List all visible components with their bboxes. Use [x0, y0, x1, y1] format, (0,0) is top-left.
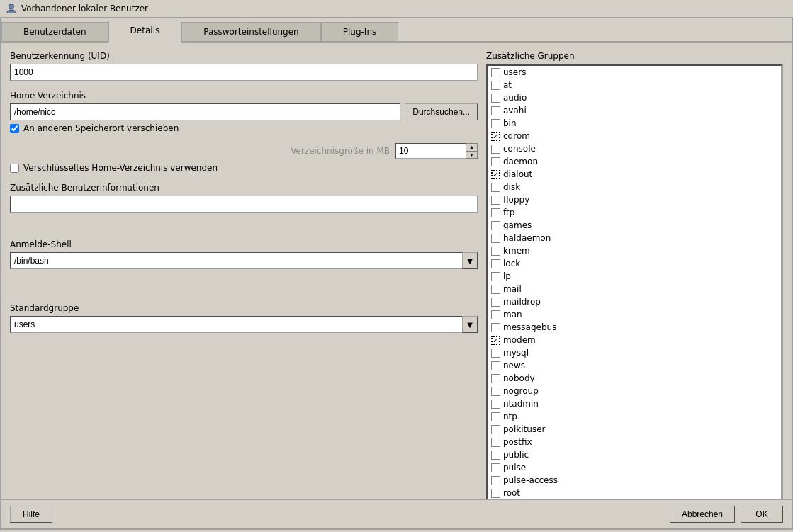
spinner-wrapper: ▲ ▼	[395, 143, 478, 159]
group-item[interactable]: disk	[488, 181, 781, 193]
group-item[interactable]: mail	[488, 283, 781, 295]
shell-dropdown-container: /bin/bash /bin/sh /bin/zsh ▼	[10, 252, 478, 269]
group-group: Standardgruppe users root audio ▼	[10, 303, 478, 333]
spinner-down-button[interactable]: ▼	[466, 152, 477, 159]
tab-plugins[interactable]: Plug-Ins	[321, 22, 399, 41]
group-name: mysql	[503, 348, 529, 358]
encrypt-checkbox[interactable]	[10, 164, 19, 173]
group-item[interactable]: news	[488, 359, 781, 372]
group-item[interactable]: kmem	[488, 244, 781, 257]
dir-size-label: Verzeichnisgröße in MB	[291, 146, 390, 156]
group-item[interactable]: ✓modem	[488, 334, 781, 346]
cancel-button[interactable]: Abbrechen	[670, 506, 735, 523]
group-name: kmem	[503, 246, 530, 256]
group-checkbox: ✓	[491, 170, 500, 179]
group-item[interactable]: postfix	[488, 436, 781, 448]
group-name: lock	[503, 259, 520, 268]
group-checkbox	[491, 196, 500, 205]
group-name: ntadmin	[503, 399, 539, 409]
group-checkbox	[491, 81, 500, 90]
group-item[interactable]: pulse	[488, 461, 781, 474]
group-item[interactable]: audio	[488, 91, 781, 104]
group-checkbox	[491, 438, 500, 447]
group-select[interactable]: users root audio	[10, 316, 478, 333]
group-item[interactable]: lp	[488, 270, 781, 283]
group-checkbox	[491, 310, 500, 319]
group-item[interactable]: ntp	[488, 410, 781, 423]
group-checkbox	[491, 119, 500, 128]
group-item[interactable]: bin	[488, 117, 781, 130]
group-checkbox	[491, 425, 500, 434]
bottom-bar: Hilfe Abbrechen OK	[1, 499, 792, 528]
extra-info-input[interactable]	[10, 196, 478, 213]
group-item[interactable]: mysql	[488, 346, 781, 359]
group-item[interactable]: nogroup	[488, 385, 781, 397]
tab-benutzerdaten[interactable]: Benutzerdaten	[1, 22, 108, 41]
group-item[interactable]: root	[488, 487, 781, 499]
group-item[interactable]: maildrop	[488, 295, 781, 308]
group-checkbox	[491, 323, 500, 332]
browse-button[interactable]: Durchsuchen...	[405, 103, 478, 120]
dir-size-input[interactable]	[395, 143, 466, 159]
shell-select[interactable]: /bin/bash /bin/sh /bin/zsh	[10, 252, 478, 269]
main-window: Benutzerdaten Details Passworteinstellun…	[0, 18, 793, 530]
group-item[interactable]: nobody	[488, 372, 781, 385]
tab-passwort[interactable]: Passworteinstellungen	[181, 22, 321, 41]
group-name: avahi	[503, 106, 527, 115]
group-item[interactable]: ✓cdrom	[488, 130, 781, 142]
group-item[interactable]: public	[488, 448, 781, 461]
group-item[interactable]: at	[488, 79, 781, 91]
home-input[interactable]	[10, 103, 400, 120]
group-item[interactable]: ntadmin	[488, 397, 781, 410]
left-panel: Benutzerkennung (UID) Home-Verzeichnis D…	[10, 51, 478, 491]
group-item[interactable]: users	[488, 66, 781, 79]
group-checkbox	[491, 272, 500, 281]
group-item[interactable]: console	[488, 142, 781, 155]
title-bar: Vorhandener lokaler Benutzer	[0, 0, 793, 18]
group-item[interactable]: messagebus	[488, 321, 781, 334]
group-checkbox	[491, 157, 500, 166]
group-item[interactable]: polkituser	[488, 423, 781, 436]
groups-list[interactable]: usersataudioavahibin✓cdromconsoledaemon✓…	[488, 65, 782, 499]
uid-group: Benutzerkennung (UID)	[10, 51, 478, 81]
group-name: lp	[503, 271, 511, 281]
group-item[interactable]: games	[488, 219, 781, 232]
group-checkbox	[491, 183, 500, 192]
home-row: Durchsuchen...	[10, 103, 478, 120]
group-item[interactable]: haldaemon	[488, 232, 781, 244]
group-name: news	[503, 361, 525, 370]
group-item[interactable]: avahi	[488, 104, 781, 117]
group-checkbox	[491, 374, 500, 383]
group-name: pulse-access	[503, 475, 558, 485]
group-name: cdrom	[503, 131, 530, 141]
group-name: modem	[503, 335, 536, 345]
group-item[interactable]: daemon	[488, 155, 781, 168]
group-item[interactable]: lock	[488, 257, 781, 270]
group-name: dialout	[503, 169, 532, 179]
svg-point-0	[9, 4, 14, 9]
group-checkbox	[491, 387, 500, 396]
encrypt-label: Verschlüsseltes Home-Verzeichnis verwend…	[23, 163, 218, 173]
uid-input[interactable]	[10, 64, 478, 81]
group-name: public	[503, 450, 529, 460]
group-name: nobody	[503, 373, 535, 383]
group-name: haldaemon	[503, 233, 551, 243]
help-button[interactable]: Hilfe	[10, 506, 52, 523]
spinner-up-button[interactable]: ▲	[466, 144, 477, 152]
group-item[interactable]: pulse-access	[488, 474, 781, 487]
move-checkbox[interactable]	[10, 124, 19, 133]
groups-title: Zusätzliche Gruppen	[486, 51, 783, 61]
group-item[interactable]: man	[488, 308, 781, 321]
tab-details[interactable]: Details	[108, 21, 182, 43]
group-name: nogroup	[503, 386, 539, 396]
group-item[interactable]: ✓dialout	[488, 168, 781, 181]
group-name: floppy	[503, 195, 529, 205]
group-item[interactable]: ftp	[488, 206, 781, 219]
group-name: at	[503, 80, 512, 90]
window-title: Vorhandener lokaler Benutzer	[21, 4, 148, 13]
ok-button[interactable]: OK	[741, 506, 783, 523]
group-item[interactable]: floppy	[488, 193, 781, 206]
groups-list-outer: usersataudioavahibin✓cdromconsoledaemon✓…	[486, 64, 783, 499]
group-name: ftp	[503, 208, 514, 217]
shell-group: Anmelde-Shell /bin/bash /bin/sh /bin/zsh…	[10, 239, 478, 269]
